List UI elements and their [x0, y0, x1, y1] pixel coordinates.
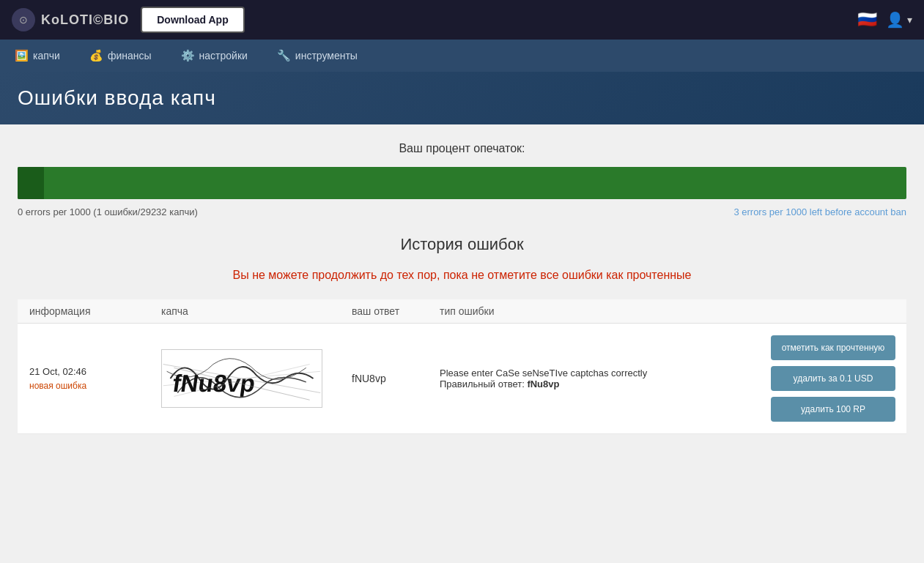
cell-captcha: fNu8vp [149, 338, 340, 420]
correct-label: Правильный ответ: [440, 379, 525, 389]
nav-finance-label: финансы [108, 50, 152, 61]
delete-rp-button[interactable]: удалить 100 RP [771, 397, 895, 422]
tools-nav-icon: 🔧 [277, 49, 291, 62]
logo-text: KoLOTI©BIO [41, 12, 129, 28]
nav-settings-label: настройки [199, 50, 248, 61]
mark-as-read-button[interactable]: отметить как прочтенную [771, 335, 895, 360]
page-title: Ошибки ввода капч [18, 86, 906, 110]
progress-label-right: 3 errors per 1000 left before account ba… [733, 206, 906, 217]
top-navbar: ⊙ KoLOTI©BIO Download App 🇷🇺 👤 ▾ [0, 0, 924, 40]
page-header: Ошибки ввода капч [0, 72, 924, 124]
user-icon: 👤 [886, 11, 904, 29]
progress-bar-fill [18, 167, 44, 199]
progress-label-left: 0 errors per 1000 (1 ошибки/29232 капчи) [18, 206, 198, 217]
col-header-captcha: капча [149, 299, 340, 323]
col-header-answer: ваш ответ [340, 299, 428, 323]
warning-message: Вы не можете продолжить до тех пор, пока… [18, 269, 906, 282]
language-flag-icon[interactable]: 🇷🇺 [857, 10, 877, 29]
nav-tools[interactable]: 🔧 инструменты [274, 43, 361, 68]
navbar-right: 🇷🇺 👤 ▾ [857, 10, 912, 29]
cell-actions: отметить как прочтенную удалить за 0.1 U… [760, 324, 906, 433]
errors-table: информация капча ваш ответ тип ошибки 21… [18, 299, 906, 434]
col-header-error-type: тип ошибки [428, 299, 760, 323]
secondary-navbar: 🖼️ капчи 💰 финансы ⚙️ настройки 🔧 инстру… [0, 40, 924, 72]
correct-answer: fNu8vp [527, 379, 559, 389]
download-app-button[interactable]: Download App [141, 7, 244, 33]
table-row: 21 Oct, 02:46 новая ошибка [18, 324, 906, 434]
svg-text:fNu8vp: fNu8vp [171, 370, 256, 397]
cell-date: 21 Oct, 02:46 [29, 366, 138, 377]
user-menu[interactable]: 👤 ▾ [886, 11, 912, 29]
history-title: История ошибок [18, 235, 906, 254]
cell-info: 21 Oct, 02:46 новая ошибка [18, 354, 149, 403]
nav-captcha[interactable]: 🖼️ капчи [12, 43, 63, 68]
navbar-left: ⊙ KoLOTI©BIO Download App [12, 7, 245, 33]
nav-finance[interactable]: 💰 финансы [86, 43, 155, 68]
cell-status: новая ошибка [29, 381, 86, 391]
cell-error-type: Please enter CaSe seNseTIve captchas cor… [428, 356, 760, 401]
col-header-actions [760, 305, 906, 317]
cell-answer: fNU8vp [340, 361, 428, 396]
settings-nav-icon: ⚙️ [181, 49, 195, 62]
captcha-nav-icon: 🖼️ [15, 49, 29, 62]
main-content: Ваш процент опечаток: 0 errors per 1000 … [0, 124, 924, 452]
nav-tools-label: инструменты [295, 50, 358, 61]
progress-labels: 0 errors per 1000 (1 ошибки/29232 капчи)… [18, 206, 906, 217]
col-header-info: информация [18, 299, 149, 323]
table-header-row: информация капча ваш ответ тип ошибки [18, 299, 906, 324]
logo: ⊙ KoLOTI©BIO [12, 8, 129, 31]
error-message: Please enter CaSe seNseTIve captchas cor… [440, 368, 647, 379]
delete-usd-button[interactable]: удалить за 0.1 USD [771, 366, 895, 391]
nav-captcha-label: капчи [33, 50, 60, 61]
nav-settings[interactable]: ⚙️ настройки [178, 43, 251, 68]
finance-nav-icon: 💰 [89, 49, 103, 62]
captcha-image: fNu8vp [161, 349, 322, 408]
progress-bar-container [18, 167, 906, 199]
percent-section: Ваш процент опечаток: [18, 142, 906, 155]
percent-title: Ваш процент опечаток: [18, 142, 906, 155]
logo-icon: ⊙ [12, 8, 35, 31]
user-menu-chevron: ▾ [907, 14, 912, 26]
